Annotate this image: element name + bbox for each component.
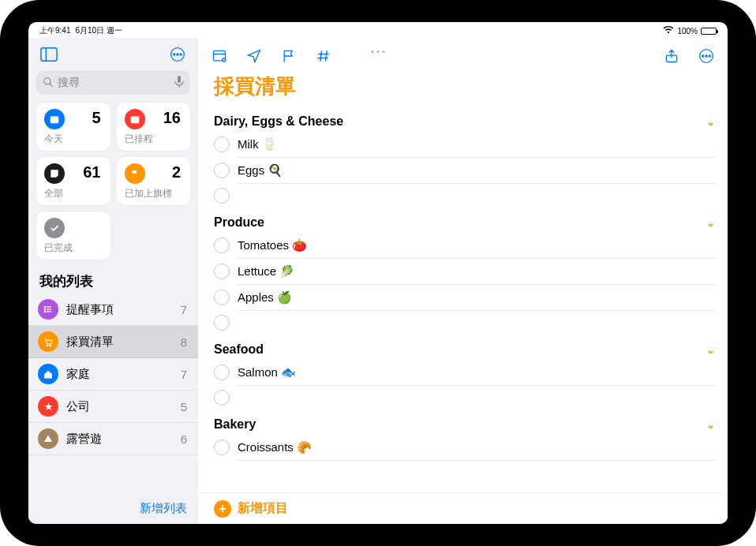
list-icon: [38, 428, 58, 449]
reminder-text[interactable]: Tomatoes 🍅: [238, 237, 715, 254]
reminder-item[interactable]: Apples 🍏: [214, 285, 715, 310]
tag-icon[interactable]: [315, 47, 332, 65]
location-icon[interactable]: [245, 47, 263, 65]
smart-card-1[interactable]: 16 已排程: [117, 103, 191, 151]
svg-rect-0: [41, 48, 57, 62]
list-icon: [38, 331, 58, 352]
list-count: 8: [181, 335, 187, 349]
reminder-text[interactable]: [238, 316, 715, 330]
sidebar-list-3[interactable]: 公司 5: [28, 391, 198, 423]
svg-point-33: [709, 55, 710, 57]
main-more-icon[interactable]: [698, 47, 715, 65]
svg-line-25: [320, 50, 322, 61]
complete-circle[interactable]: [214, 136, 230, 152]
section-title: Produce: [214, 215, 264, 230]
smart-card-label: 已排程: [125, 133, 183, 146]
add-reminder-button[interactable]: + 新增項目: [198, 492, 728, 524]
main-panel: 採買清單 Dairy, Eggs & Cheese ⌄ Milk 🥛 Eggs …: [198, 38, 728, 524]
svg-rect-13: [130, 116, 139, 118]
smart-card-label: 已完成: [44, 241, 103, 255]
complete-circle[interactable]: [214, 439, 230, 455]
reminder-item-empty[interactable]: [214, 311, 715, 335]
svg-point-18: [44, 309, 46, 310]
section-1: Produce ⌄ Tomatoes 🍅 Lettuce 🥬 Apples 🍏: [198, 208, 728, 335]
flag-icon[interactable]: [280, 47, 298, 65]
sidebar-list-2[interactable]: 家庭 7: [28, 358, 198, 391]
reminder-item[interactable]: Tomatoes 🍅: [214, 233, 715, 258]
chevron-down-icon[interactable]: ⌄: [706, 419, 715, 431]
smart-card-0[interactable]: 5 今天: [36, 103, 110, 151]
reminder-text[interactable]: Apples 🍏: [238, 289, 715, 306]
search-icon: [43, 77, 54, 90]
sidebar-list-1[interactable]: 採買清單 8: [28, 326, 198, 358]
search-input[interactable]: 搜尋: [36, 71, 190, 95]
plus-icon: +: [214, 500, 231, 518]
smart-card-count: 5: [92, 109, 100, 127]
chevron-down-icon[interactable]: ⌄: [706, 344, 715, 356]
status-time: 上午9:41: [39, 25, 70, 36]
list-icon: [38, 299, 58, 320]
reminder-item[interactable]: Salmon 🐟: [214, 360, 715, 385]
multitask-dots[interactable]: [372, 50, 385, 53]
chevron-down-icon[interactable]: ⌄: [706, 217, 715, 229]
sidebar: 搜尋 5 今天 16 已排程 61 全部 2 已加上旗標 已完成 我的列表 提醒…: [28, 38, 198, 524]
smart-card-count: 2: [172, 163, 181, 181]
mic-icon[interactable]: [174, 76, 184, 91]
smart-card-count: 61: [83, 163, 100, 181]
status-date: 6月10日 週一: [75, 25, 122, 36]
smart-card-icon: [44, 109, 65, 129]
svg-point-31: [702, 55, 704, 57]
reminder-text[interactable]: Croissants 🥐: [238, 439, 715, 456]
reminder-text[interactable]: [238, 391, 715, 405]
complete-circle[interactable]: [214, 163, 230, 178]
smart-card-label: 已加上旗標: [125, 187, 183, 200]
reminder-text[interactable]: [238, 189, 715, 203]
template-icon[interactable]: [211, 47, 228, 65]
reminder-text[interactable]: Milk 🥛: [238, 136, 715, 153]
share-icon[interactable]: [663, 47, 680, 65]
smart-card-3[interactable]: 2 已加上旗標: [117, 157, 191, 205]
list-label: 公司: [66, 399, 90, 414]
sidebar-list-0[interactable]: 提醒事項 7: [28, 294, 198, 326]
reminder-item[interactable]: Eggs 🍳: [214, 158, 715, 183]
reminder-item[interactable]: Croissants 🥐: [214, 435, 715, 460]
section-header[interactable]: Seafood ⌄: [214, 339, 715, 360]
reminder-item-empty[interactable]: [214, 184, 715, 208]
smart-card-4[interactable]: 已完成: [36, 211, 110, 260]
sidebar-list-4[interactable]: 露營遊 6: [28, 423, 198, 455]
list-label: 提醒事項: [66, 302, 114, 317]
chevron-down-icon[interactable]: ⌄: [706, 116, 715, 128]
reminder-text[interactable]: Eggs 🍳: [238, 162, 715, 179]
svg-point-20: [47, 345, 48, 346]
complete-circle[interactable]: [214, 315, 230, 331]
add-list-button[interactable]: 新增列表: [140, 501, 187, 514]
section-header[interactable]: Dairy, Eggs & Cheese ⌄: [214, 111, 715, 132]
section-title: Dairy, Eggs & Cheese: [214, 114, 343, 129]
reminder-item[interactable]: Milk 🥛: [214, 132, 715, 157]
complete-circle[interactable]: [214, 390, 230, 406]
section-header[interactable]: Bakery ⌄: [214, 414, 715, 435]
smart-card-label: 全部: [44, 187, 103, 200]
complete-circle[interactable]: [214, 237, 230, 253]
smart-card-icon: [44, 163, 65, 184]
complete-circle[interactable]: [214, 365, 230, 380]
reminder-item-empty[interactable]: [214, 386, 715, 410]
complete-circle[interactable]: [214, 290, 230, 305]
svg-rect-11: [51, 116, 59, 118]
svg-point-6: [44, 77, 51, 84]
svg-point-5: [180, 54, 182, 55]
list-title: 採買清單: [198, 69, 728, 107]
reminder-text[interactable]: Lettuce 🥬: [238, 263, 715, 280]
svg-point-3: [174, 54, 175, 55]
svg-rect-8: [178, 76, 181, 83]
sidebar-more-icon[interactable]: [168, 46, 187, 63]
sidebar-toggle-icon[interactable]: [39, 46, 58, 63]
smart-card-2[interactable]: 61 全部: [36, 157, 110, 205]
reminder-item[interactable]: Lettuce 🥬: [214, 259, 715, 284]
svg-point-4: [177, 54, 178, 55]
complete-circle[interactable]: [214, 188, 230, 204]
complete-circle[interactable]: [214, 264, 230, 279]
reminder-text[interactable]: Salmon 🐟: [238, 364, 715, 381]
svg-point-21: [50, 345, 51, 346]
section-header[interactable]: Produce ⌄: [214, 212, 715, 233]
